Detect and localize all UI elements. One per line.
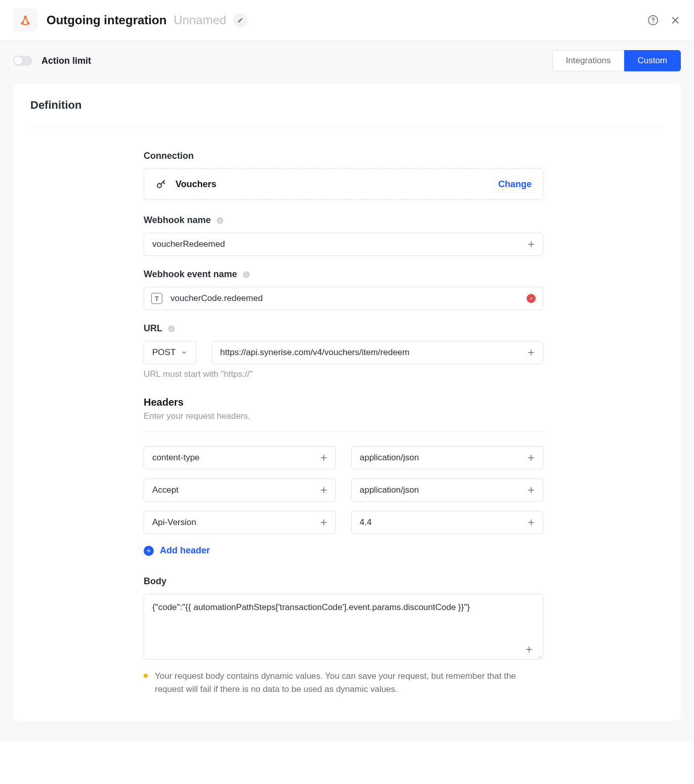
- close-button[interactable]: [670, 15, 681, 26]
- header-value-field: [351, 446, 543, 469]
- clear-button[interactable]: [527, 294, 536, 303]
- http-method-select[interactable]: POST: [144, 341, 196, 364]
- header-key-field: [144, 511, 336, 534]
- headers-subtitle: Enter your request headers.: [144, 411, 543, 421]
- resize-handle-icon[interactable]: [536, 652, 542, 658]
- insert-variable-button[interactable]: [319, 486, 328, 495]
- url-field: [211, 341, 543, 364]
- insert-variable-button[interactable]: [527, 453, 536, 462]
- warning-dot-icon: [144, 674, 148, 678]
- toolbar: Action limit Integrations Custom: [0, 41, 694, 71]
- help-icon: [647, 15, 659, 26]
- connection-name: Vouchers: [176, 179, 216, 190]
- card-title: Definition: [30, 99, 664, 112]
- insert-variable-button[interactable]: [319, 453, 328, 462]
- url-hint: URL must start with "https://": [144, 369, 543, 379]
- action-limit-toggle[interactable]: [13, 56, 32, 66]
- header-key-input[interactable]: [151, 479, 319, 501]
- webhook-name-input[interactable]: [151, 233, 527, 255]
- header-value-field: [351, 478, 543, 502]
- header-key-field: [144, 478, 336, 502]
- headers-title: Headers: [144, 397, 543, 408]
- action-limit-label: Action limit: [41, 56, 91, 66]
- body-warning: Your request body contains dynamic value…: [144, 670, 543, 695]
- insert-variable-button[interactable]: [527, 486, 536, 495]
- headers-grid: [144, 446, 543, 534]
- info-icon[interactable]: [242, 271, 250, 279]
- webhook-event-label: Webhook event name: [144, 269, 543, 280]
- webhook-icon: [13, 8, 37, 32]
- tab-custom[interactable]: Custom: [624, 50, 681, 71]
- connection-selector: Vouchers Change: [144, 168, 543, 200]
- header-key-input[interactable]: [151, 511, 319, 534]
- info-icon[interactable]: [167, 325, 176, 333]
- mode-segmented-control: Integrations Custom: [552, 50, 681, 71]
- modal-header: Outgoing integration Unnamed: [0, 0, 694, 41]
- webhook-event-input[interactable]: [169, 287, 522, 310]
- body-label: Body: [144, 576, 543, 587]
- info-icon[interactable]: [216, 216, 224, 225]
- insert-variable-button[interactable]: [527, 518, 536, 527]
- change-connection-button[interactable]: Change: [498, 179, 532, 190]
- page-subtitle: Unnamed: [174, 13, 226, 27]
- chevron-down-icon: [181, 349, 188, 356]
- add-header-button[interactable]: Add header: [144, 545, 543, 556]
- tab-integrations[interactable]: Integrations: [552, 50, 625, 71]
- header-value-input[interactable]: [359, 447, 527, 469]
- page-title: Outgoing integration: [47, 13, 166, 27]
- header-key-input[interactable]: [151, 447, 319, 469]
- type-icon: T: [151, 293, 162, 304]
- url-label: URL: [144, 323, 543, 334]
- edit-name-button[interactable]: [233, 13, 247, 27]
- insert-variable-button[interactable]: [319, 518, 328, 527]
- definition-card: Definition Connection Vouchers Change We…: [13, 83, 681, 721]
- header-value-input[interactable]: [359, 511, 527, 534]
- insert-variable-button[interactable]: [525, 645, 534, 654]
- connection-label: Connection: [144, 151, 543, 161]
- header-key-field: [144, 446, 336, 469]
- header-value-input[interactable]: [359, 479, 527, 501]
- key-icon: [155, 178, 167, 190]
- plus-circle-icon: [144, 546, 154, 556]
- webhook-event-field: T: [144, 287, 543, 310]
- webhook-name-label: Webhook name: [144, 215, 543, 226]
- close-icon: [670, 15, 681, 26]
- body-field: [144, 594, 543, 660]
- body-textarea[interactable]: [151, 601, 536, 650]
- header-value-field: [351, 511, 543, 534]
- insert-variable-button[interactable]: [527, 348, 536, 357]
- insert-variable-button[interactable]: [527, 240, 536, 249]
- url-input[interactable]: [219, 341, 527, 364]
- webhook-name-field: [144, 233, 543, 256]
- pencil-icon: [237, 17, 243, 23]
- help-button[interactable]: [647, 15, 659, 26]
